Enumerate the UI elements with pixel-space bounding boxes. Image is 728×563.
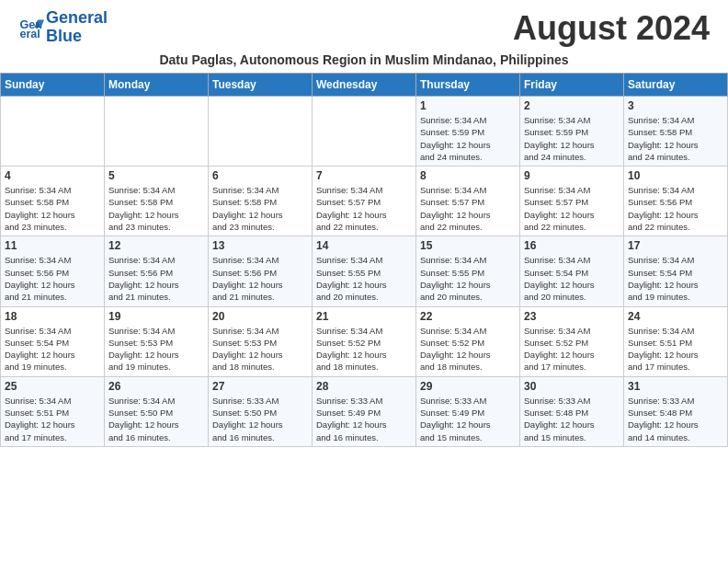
calendar-week-row: 25Sunrise: 5:34 AM Sunset: 5:51 PM Dayli…: [1, 376, 728, 446]
day-info: Sunrise: 5:33 AM Sunset: 5:48 PM Dayligh…: [524, 395, 620, 443]
day-info: Sunrise: 5:34 AM Sunset: 5:58 PM Dayligh…: [5, 184, 100, 233]
day-info: Sunrise: 5:34 AM Sunset: 5:56 PM Dayligh…: [212, 254, 308, 303]
calendar-week-row: 18Sunrise: 5:34 AM Sunset: 5:54 PM Dayli…: [1, 306, 728, 376]
table-row: 16Sunrise: 5:34 AM Sunset: 5:54 PM Dayli…: [520, 236, 624, 306]
calendar-week-row: 1Sunrise: 5:34 AM Sunset: 5:59 PM Daylig…: [1, 97, 728, 167]
calendar-week-row: 11Sunrise: 5:34 AM Sunset: 5:56 PM Dayli…: [1, 236, 728, 306]
table-row: 11Sunrise: 5:34 AM Sunset: 5:56 PM Dayli…: [1, 236, 105, 306]
table-row: 18Sunrise: 5:34 AM Sunset: 5:54 PM Dayli…: [1, 306, 105, 376]
day-info: Sunrise: 5:33 AM Sunset: 5:49 PM Dayligh…: [316, 395, 412, 443]
table-row: 24Sunrise: 5:34 AM Sunset: 5:51 PM Dayli…: [624, 306, 728, 376]
table-row: 28Sunrise: 5:33 AM Sunset: 5:49 PM Dayli…: [313, 376, 416, 446]
table-row: 3Sunrise: 5:34 AM Sunset: 5:58 PM Daylig…: [624, 97, 728, 167]
header-wednesday: Wednesday: [313, 74, 416, 97]
table-row: 12Sunrise: 5:34 AM Sunset: 5:56 PM Dayli…: [105, 236, 209, 306]
day-number: 27: [212, 380, 308, 393]
header-monday: Monday: [105, 74, 209, 97]
logo: Gen eral General Blue: [18, 9, 108, 46]
day-number: 18: [5, 310, 100, 323]
day-number: 31: [628, 380, 723, 393]
table-row: 31Sunrise: 5:33 AM Sunset: 5:48 PM Dayli…: [624, 376, 728, 446]
header-sunday: Sunday: [1, 74, 105, 97]
table-row: 21Sunrise: 5:34 AM Sunset: 5:52 PM Dayli…: [313, 306, 416, 376]
table-row: 9Sunrise: 5:34 AM Sunset: 5:57 PM Daylig…: [520, 167, 624, 236]
day-number: 4: [5, 169, 100, 182]
day-number: 8: [420, 169, 516, 182]
day-info: Sunrise: 5:34 AM Sunset: 5:51 PM Dayligh…: [5, 395, 100, 443]
day-number: 1: [420, 99, 516, 112]
day-number: 2: [524, 99, 620, 112]
day-number: 14: [316, 239, 412, 252]
day-number: 30: [524, 380, 620, 393]
calendar-table: Sunday Monday Tuesday Wednesday Thursday…: [0, 73, 728, 447]
table-row: 17Sunrise: 5:34 AM Sunset: 5:54 PM Dayli…: [624, 236, 728, 306]
header-tuesday: Tuesday: [209, 74, 313, 97]
day-number: 22: [420, 310, 516, 323]
logo-icon: Gen eral: [18, 15, 44, 40]
day-number: 12: [108, 239, 204, 252]
day-info: Sunrise: 5:34 AM Sunset: 5:56 PM Dayligh…: [108, 254, 204, 303]
table-row: 5Sunrise: 5:34 AM Sunset: 5:58 PM Daylig…: [105, 167, 209, 236]
table-row: 13Sunrise: 5:34 AM Sunset: 5:56 PM Dayli…: [209, 236, 313, 306]
calendar-body: 1Sunrise: 5:34 AM Sunset: 5:59 PM Daylig…: [1, 97, 728, 447]
day-info: Sunrise: 5:34 AM Sunset: 5:59 PM Dayligh…: [524, 114, 620, 163]
table-row: 22Sunrise: 5:34 AM Sunset: 5:52 PM Dayli…: [416, 306, 520, 376]
day-info: Sunrise: 5:34 AM Sunset: 5:58 PM Dayligh…: [212, 184, 308, 233]
logo-line1: General: [46, 9, 108, 28]
day-info: Sunrise: 5:34 AM Sunset: 5:59 PM Dayligh…: [420, 114, 516, 163]
table-row: 8Sunrise: 5:34 AM Sunset: 5:57 PM Daylig…: [416, 167, 520, 236]
page-container: Gen eral General Blue August 2024 Datu P…: [0, 0, 728, 447]
day-info: Sunrise: 5:33 AM Sunset: 5:50 PM Dayligh…: [212, 395, 308, 443]
table-row: 4Sunrise: 5:34 AM Sunset: 5:58 PM Daylig…: [1, 167, 105, 236]
day-info: Sunrise: 5:34 AM Sunset: 5:57 PM Dayligh…: [316, 184, 412, 233]
day-number: 24: [628, 310, 723, 323]
table-row: 23Sunrise: 5:34 AM Sunset: 5:52 PM Dayli…: [520, 306, 624, 376]
day-info: Sunrise: 5:33 AM Sunset: 5:48 PM Dayligh…: [628, 395, 723, 443]
day-number: 20: [212, 310, 308, 323]
table-row: 27Sunrise: 5:33 AM Sunset: 5:50 PM Dayli…: [209, 376, 313, 446]
day-info: Sunrise: 5:34 AM Sunset: 5:58 PM Dayligh…: [628, 114, 723, 163]
day-info: Sunrise: 5:34 AM Sunset: 5:54 PM Dayligh…: [524, 254, 620, 303]
day-info: Sunrise: 5:34 AM Sunset: 5:54 PM Dayligh…: [5, 325, 100, 373]
header-thursday: Thursday: [416, 74, 520, 97]
month-title: August 2024: [513, 9, 710, 48]
day-number: 25: [5, 380, 100, 393]
day-number: 29: [420, 380, 516, 393]
table-row: 19Sunrise: 5:34 AM Sunset: 5:53 PM Dayli…: [105, 306, 209, 376]
logo-line2: Blue: [46, 28, 108, 46]
table-row: [209, 97, 313, 167]
day-info: Sunrise: 5:34 AM Sunset: 5:52 PM Dayligh…: [316, 325, 412, 373]
table-row: 30Sunrise: 5:33 AM Sunset: 5:48 PM Dayli…: [520, 376, 624, 446]
table-row: 2Sunrise: 5:34 AM Sunset: 5:59 PM Daylig…: [520, 97, 624, 167]
day-info: Sunrise: 5:34 AM Sunset: 5:56 PM Dayligh…: [628, 184, 723, 233]
logo-text: General Blue: [46, 9, 108, 46]
day-number: 16: [524, 239, 620, 252]
day-info: Sunrise: 5:34 AM Sunset: 5:55 PM Dayligh…: [316, 254, 412, 303]
calendar-week-row: 4Sunrise: 5:34 AM Sunset: 5:58 PM Daylig…: [1, 167, 728, 236]
table-row: 7Sunrise: 5:34 AM Sunset: 5:57 PM Daylig…: [313, 167, 416, 236]
day-number: 6: [212, 169, 308, 182]
header-saturday: Saturday: [624, 74, 728, 97]
table-row: 10Sunrise: 5:34 AM Sunset: 5:56 PM Dayli…: [624, 167, 728, 236]
day-info: Sunrise: 5:33 AM Sunset: 5:49 PM Dayligh…: [420, 395, 516, 443]
day-number: 9: [524, 169, 620, 182]
table-row: 26Sunrise: 5:34 AM Sunset: 5:50 PM Dayli…: [105, 376, 209, 446]
day-info: Sunrise: 5:34 AM Sunset: 5:58 PM Dayligh…: [108, 184, 204, 233]
day-info: Sunrise: 5:34 AM Sunset: 5:54 PM Dayligh…: [628, 254, 723, 303]
weekday-header-row: Sunday Monday Tuesday Wednesday Thursday…: [1, 74, 728, 97]
day-number: 5: [108, 169, 204, 182]
table-row: [313, 97, 416, 167]
day-number: 21: [316, 310, 412, 323]
day-info: Sunrise: 5:34 AM Sunset: 5:57 PM Dayligh…: [524, 184, 620, 233]
day-number: 28: [316, 380, 412, 393]
day-info: Sunrise: 5:34 AM Sunset: 5:52 PM Dayligh…: [420, 325, 516, 373]
day-info: Sunrise: 5:34 AM Sunset: 5:53 PM Dayligh…: [108, 325, 204, 373]
page-header: Gen eral General Blue August 2024: [0, 0, 728, 52]
day-number: 7: [316, 169, 412, 182]
table-row: [105, 97, 209, 167]
day-info: Sunrise: 5:34 AM Sunset: 5:57 PM Dayligh…: [420, 184, 516, 233]
day-number: 13: [212, 239, 308, 252]
table-row: 14Sunrise: 5:34 AM Sunset: 5:55 PM Dayli…: [313, 236, 416, 306]
day-info: Sunrise: 5:34 AM Sunset: 5:51 PM Dayligh…: [628, 325, 723, 373]
page-subtitle: Datu Paglas, Autonomous Region in Muslim…: [0, 52, 728, 73]
